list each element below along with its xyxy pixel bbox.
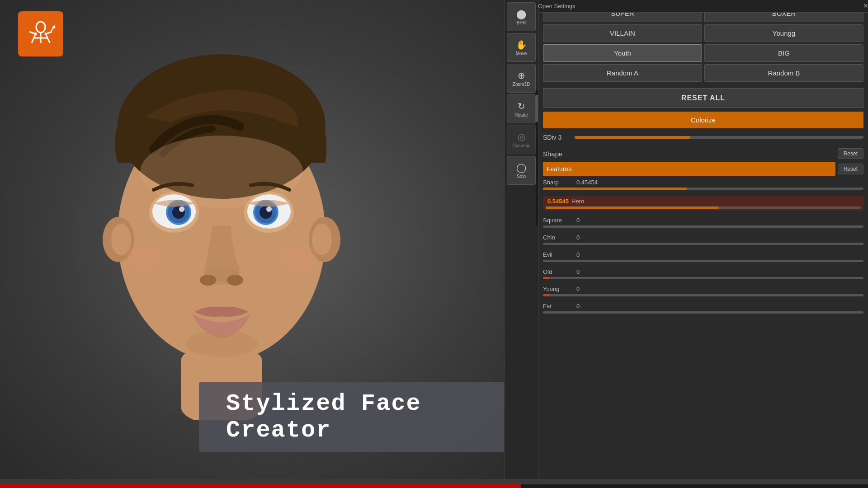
zbrush-logo [18,11,63,56]
solo-icon: ◯ [516,162,526,173]
svg-marker-8 [52,25,56,28]
progress-bar-fill [0,484,521,488]
hero-slider[interactable] [546,206,861,209]
sdiv-fill [575,136,690,139]
logo-icon [25,18,57,50]
preset-youngg[interactable]: Youngg [704,24,863,42]
old-value: 0 [576,268,580,275]
chin-value: 0 [576,234,580,241]
preset-random-b[interactable]: Random B [704,64,863,82]
hero-value: 0.54545 [547,198,569,205]
preset-big[interactable]: BIG [704,44,863,62]
dynamic-icon: ◎ [518,131,525,142]
fat-slider[interactable] [543,311,863,314]
solo-label: Solo [517,174,526,179]
viewport[interactable]: Stylized Face Creator [0,0,538,479]
face-3d [63,36,380,420]
fat-value: 0 [576,303,580,310]
fat-label: Fat [543,303,575,310]
hero-row: 0.54545 Hero [543,196,863,211]
young-fill [543,294,549,296]
preset-random-a[interactable]: Random A [543,64,702,82]
dynamic-label: Dynamic [513,143,530,148]
features-button[interactable]: Features [543,162,835,176]
old-label: Old [543,268,575,275]
square-slider[interactable] [543,225,863,228]
rotate-icon: ↻ [518,101,525,112]
bpr-icon: ⬤ [516,9,526,19]
title-text: Stylized Face Creator [226,390,421,444]
sharp-row: Sharp 0.45454 [543,179,863,190]
old-row: Old 0 [543,268,863,279]
young-label: Young [543,286,575,292]
zoom-icon: ⊕ [518,70,525,81]
close-settings-icon[interactable]: × [863,1,868,11]
evil-value: 0 [576,251,580,258]
young-value: 0 [576,286,580,292]
evil-label: Evil [543,251,575,258]
sharp-value: 0.45454 [576,179,598,186]
svg-point-34 [127,244,163,271]
rotate-label: Rotate [514,113,528,117]
square-value: 0 [576,217,580,224]
young-row: Young 0 [543,286,863,296]
sdiv-slider[interactable] [575,136,863,139]
zoom3d-label: Zoom3D [513,82,530,87]
chin-row: Chin 0 [543,234,863,245]
move-icon: ✋ [516,39,527,50]
preset-youth[interactable]: Youth [543,44,702,62]
rotate-button[interactable]: ↻ Rotate [507,94,536,123]
preset-villain[interactable]: VILLAIN [543,24,702,42]
square-row: Square 0 [543,217,863,228]
shape-label: Shape [543,150,562,158]
evil-row: Evil 0 [543,251,863,262]
bpr-button[interactable]: ⬤ BPR [507,2,536,31]
hero-fill [546,206,719,209]
character-face [45,14,398,443]
right-panel: Open Settings × SUPER BOXER VILLAIN Youn… [538,0,868,479]
open-settings-label: Open Settings [538,3,575,9]
top-settings-bar: Open Settings × [538,0,868,13]
bpr-label: BPR [517,20,526,25]
shape-header: Shape Reset [543,148,863,159]
sdiv-label: SDiv 3 [543,134,575,141]
toolbar: ⬤ BPR ✋ Move ⊕ Zoom3D ↻ Rotate ◎ Dynamic… [504,0,538,479]
colorize-button[interactable]: Colorize [543,112,863,128]
chin-label: Chin [543,234,575,241]
title-overlay: Stylized Face Creator [199,382,538,452]
svg-point-25 [179,206,184,212]
svg-point-32 [227,275,243,286]
old-slider[interactable] [543,277,863,279]
zoom3d-button[interactable]: ⊕ Zoom3D [507,64,536,93]
sharp-label: Sharp [543,179,575,186]
svg-point-35 [280,244,316,271]
sharp-fill [543,188,687,190]
reset-all-button[interactable]: RESET ALL [543,88,863,108]
svg-point-14 [111,224,131,255]
hero-label: Hero [571,198,603,205]
progress-bar-container[interactable] [0,484,868,488]
svg-point-33 [185,330,258,357]
old-fill [543,277,549,279]
evil-slider[interactable] [543,260,863,262]
solo-button[interactable]: ◯ Solo [507,156,536,185]
svg-point-16 [312,224,332,255]
sdiv-row: SDiv 3 [543,132,863,143]
preset-grid: SUPER BOXER VILLAIN Youngg Youth BIG Ran… [543,5,863,82]
chin-slider[interactable] [543,243,863,245]
move-label: Move [516,51,527,56]
shape-reset-button[interactable]: Reset [838,148,863,159]
dynamic-button[interactable]: ◎ Dynamic [507,125,536,154]
features-header: Features Reset [543,162,863,176]
svg-point-29 [266,206,272,212]
square-label: Square [543,217,575,224]
svg-point-31 [200,275,216,286]
move-button[interactable]: ✋ Move [507,33,536,62]
sharp-slider[interactable] [543,188,863,190]
young-slider[interactable] [543,294,863,296]
svg-point-0 [36,22,45,33]
features-reset-button[interactable]: Reset [838,164,863,174]
fat-row: Fat 0 [543,303,863,314]
